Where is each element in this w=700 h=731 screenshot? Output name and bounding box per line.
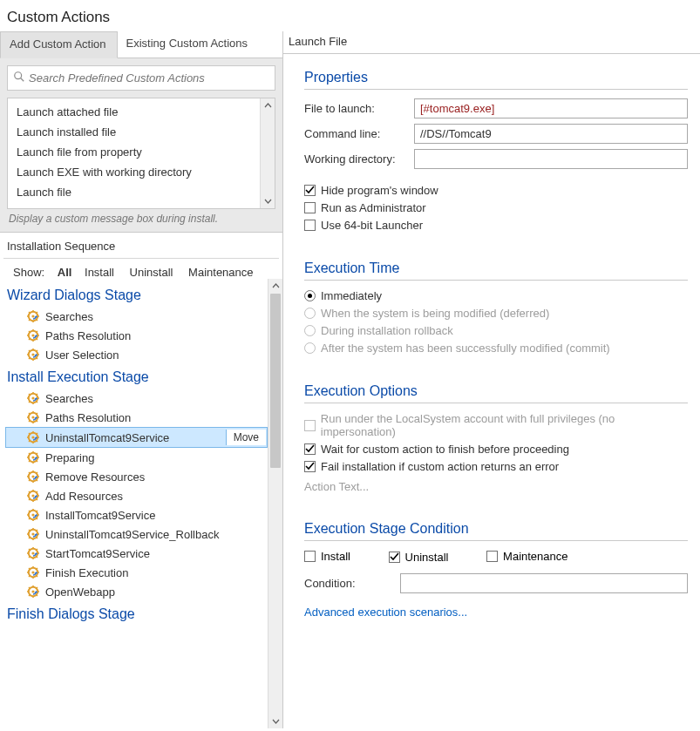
sequence-item[interactable]: User Selection xyxy=(5,345,268,364)
sequence-item-label: Paths Resolution xyxy=(45,411,131,424)
page-title: Custom Actions xyxy=(0,0,700,31)
tree-scrollbar[interactable] xyxy=(268,279,282,728)
add-panel: Launch attached file Launch installed fi… xyxy=(0,58,282,233)
exec-time-commit-radio[interactable] xyxy=(304,342,316,354)
hide-window-checkbox[interactable] xyxy=(304,185,316,196)
tab-bar: Add Custom Action Existing Custom Action… xyxy=(0,31,282,58)
sequence-tree: Wizard Dialogs Stage Searches Paths Reso… xyxy=(0,279,282,728)
gear-icon xyxy=(26,565,40,579)
svg-point-0 xyxy=(15,71,22,78)
list-item[interactable]: Launch file from property xyxy=(8,142,275,162)
file-to-launch-field[interactable] xyxy=(414,98,688,118)
show-maintenance-filter[interactable]: Maintenance xyxy=(188,266,253,279)
run-as-admin-label: Run as Administrator xyxy=(321,201,426,214)
scroll-up-icon[interactable] xyxy=(268,279,282,294)
svg-point-12 xyxy=(31,396,34,399)
tab-add-custom-action[interactable]: Add Custom Action xyxy=(0,31,118,58)
condition-field[interactable] xyxy=(400,573,688,593)
sequence-item[interactable]: OpenWebapp xyxy=(5,582,268,601)
installation-sequence-title: Installation Sequence xyxy=(3,233,279,259)
fail-checkbox[interactable] xyxy=(304,461,316,472)
gear-icon xyxy=(26,489,40,503)
command-line-field[interactable] xyxy=(414,124,688,144)
svg-point-21 xyxy=(31,456,34,458)
svg-point-3 xyxy=(31,315,34,317)
gear-icon xyxy=(26,450,40,464)
stage-finish-dialogs[interactable]: Finish Dialogs Stage xyxy=(5,601,268,626)
exec-time-commit-label: After the system has been successfully m… xyxy=(321,342,610,355)
stage-install-label: Install xyxy=(321,550,350,563)
action-text-link[interactable]: Action Text... xyxy=(304,480,688,493)
list-item[interactable]: Launch EXE with working directory xyxy=(8,162,275,182)
sequence-item[interactable]: Preparing xyxy=(5,448,268,467)
stage-install-execution[interactable]: Install Execution Stage xyxy=(5,364,268,389)
show-install-filter[interactable]: Install xyxy=(85,266,114,279)
gear-icon xyxy=(26,585,40,599)
condition-label: Condition: xyxy=(304,577,400,590)
svg-point-36 xyxy=(31,552,34,554)
sequence-item[interactable]: Add Resources xyxy=(5,486,268,505)
search-input[interactable] xyxy=(25,70,269,86)
svg-point-24 xyxy=(31,475,34,477)
sequence-item-label: OpenWebapp xyxy=(45,585,115,599)
sequence-item-label: Searches xyxy=(45,310,93,323)
svg-line-1 xyxy=(21,78,24,81)
fail-label: Fail installation if custom action retur… xyxy=(321,460,559,473)
stage-install-checkbox[interactable] xyxy=(304,551,316,562)
svg-point-42 xyxy=(31,590,34,592)
working-directory-field[interactable] xyxy=(414,149,688,169)
list-item[interactable]: Launch attached file xyxy=(8,102,275,122)
sequence-item[interactable]: Finish Execution xyxy=(5,563,268,582)
exec-time-deferred-radio[interactable] xyxy=(304,308,316,319)
list-item[interactable]: Launch file xyxy=(8,182,275,202)
sequence-item[interactable]: Searches xyxy=(5,389,268,408)
wait-checkbox[interactable] xyxy=(304,443,316,455)
list-scrollbar[interactable] xyxy=(260,98,275,208)
sequence-item[interactable]: Searches xyxy=(5,307,268,326)
tab-existing-custom-actions[interactable]: Existing Custom Actions xyxy=(118,31,258,58)
scroll-thumb[interactable] xyxy=(270,294,281,468)
scroll-down-icon[interactable] xyxy=(261,193,275,208)
gear-icon xyxy=(26,410,40,424)
exec-time-deferred-label: When the system is being modified (defer… xyxy=(321,307,549,320)
svg-point-30 xyxy=(31,513,34,516)
sequence-item[interactable]: Remove Resources xyxy=(5,467,268,486)
sequence-item[interactable]: UninstallTomcat9ServiceMove xyxy=(5,427,268,448)
exec-time-rollback-radio[interactable] xyxy=(304,325,316,336)
show-all-filter[interactable]: All xyxy=(58,266,72,279)
working-directory-label: Working directory: xyxy=(304,152,414,166)
section-execution-time: Execution Time xyxy=(304,259,688,281)
section-properties: Properties xyxy=(304,68,688,90)
predefined-actions-list[interactable]: Launch attached file Launch installed fi… xyxy=(7,98,275,209)
gear-icon xyxy=(26,470,40,484)
gear-icon xyxy=(26,430,40,444)
stage-wizard-dialogs[interactable]: Wizard Dialogs Stage xyxy=(5,282,268,307)
move-button[interactable]: Move xyxy=(226,430,266,445)
left-panel: Add Custom Action Existing Custom Action… xyxy=(0,31,283,728)
stage-uninstall-label: Uninstall xyxy=(405,551,449,564)
gear-icon xyxy=(26,309,40,323)
sequence-item[interactable]: Paths Resolution xyxy=(5,326,268,345)
use-64bit-launcher-checkbox[interactable] xyxy=(304,220,316,231)
sequence-item[interactable]: UninstallTomcat9Service_Rollback xyxy=(5,525,268,544)
svg-point-15 xyxy=(31,416,34,418)
scroll-up-icon[interactable] xyxy=(261,98,275,113)
show-uninstall-filter[interactable]: Uninstall xyxy=(130,266,173,279)
stage-uninstall-checkbox[interactable] xyxy=(389,552,400,563)
list-item[interactable]: Launch installed file xyxy=(8,122,275,142)
exec-time-immediately-radio[interactable] xyxy=(304,290,316,301)
section-execution-options: Execution Options xyxy=(304,382,688,403)
sequence-item[interactable]: StartTomcat9Service xyxy=(5,544,268,563)
hide-window-label: Hide program's window xyxy=(321,184,438,197)
right-panel-title: Launch File xyxy=(283,31,700,54)
svg-point-33 xyxy=(31,532,34,535)
sequence-item[interactable]: Paths Resolution xyxy=(5,408,268,427)
search-box[interactable] xyxy=(7,65,275,91)
gear-icon xyxy=(26,391,40,405)
sequence-item[interactable]: InstallTomcat9Service xyxy=(5,505,268,525)
scroll-down-icon[interactable] xyxy=(268,714,282,728)
stage-maintenance-checkbox[interactable] xyxy=(486,551,498,562)
sequence-item-label: Searches xyxy=(45,392,93,405)
advanced-scenarios-link[interactable]: Advanced execution scenarios... xyxy=(304,606,467,619)
run-as-admin-checkbox[interactable] xyxy=(304,202,316,213)
